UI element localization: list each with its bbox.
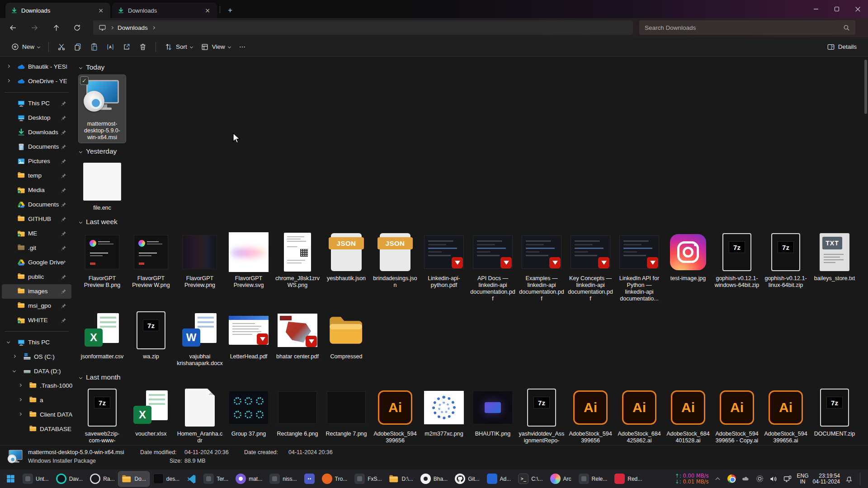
file-tile[interactable]: Linkedin-api-python.pdf — [420, 230, 467, 291]
network-display-tray-icon[interactable] — [783, 474, 793, 484]
chrome-tray-icon[interactable] — [726, 474, 736, 484]
taskbar-app-button[interactable]: mat... — [232, 472, 265, 486]
file-tile[interactable]: LetterHead.pdf — [225, 308, 272, 362]
sidebar-item-this-pc[interactable]: This PC — [2, 335, 71, 350]
file-tile[interactable]: 7zgophish-v0.12.1-windows-64bit.zip — [713, 230, 760, 291]
chevron-right-icon[interactable] — [13, 355, 16, 358]
tab-close-icon[interactable]: × — [96, 5, 106, 15]
file-tile[interactable]: FlavorGPT Preview W.png — [127, 230, 175, 291]
taskbar-app-button[interactable]: Git... — [452, 472, 482, 486]
sidebar-item-temp[interactable]: temp — [2, 169, 71, 183]
file-tile[interactable]: 7zwa.zip — [127, 308, 175, 362]
sidebar-item-bhautik-yesbh[interactable]: Bhautik - YESBH — [2, 60, 71, 74]
notification-bell-icon[interactable]: z — [844, 474, 854, 484]
paste-button[interactable] — [86, 39, 102, 55]
sidebar-item-google-drive[interactable]: Google Drive — [2, 255, 71, 270]
taskbar-app-button[interactable]: Red... — [611, 472, 645, 486]
cloud-tray-icon[interactable] — [741, 474, 750, 484]
sidebar-item-github[interactable]: GITHUB — [2, 212, 71, 226]
file-tile[interactable]: AiAdobeStock_594399656 - Copy.ai — [713, 385, 760, 445]
taskbar-app-button[interactable]: FxS... — [351, 472, 385, 486]
file-tile[interactable]: Homem_Aranha.cdr — [176, 385, 223, 445]
section-header-last-week[interactable]: Last week — [80, 217, 863, 227]
share-button[interactable] — [118, 39, 135, 55]
file-tile[interactable]: Rectangle 7.png — [323, 385, 370, 439]
section-header-yesterday[interactable]: Yesterday — [80, 146, 863, 156]
file-tile[interactable]: LinkedIn API for Python — linkedin-api d… — [616, 230, 663, 304]
taskbar-app-button[interactable]: Unt... — [19, 472, 52, 486]
sort-button[interactable]: Sort — [160, 39, 197, 55]
clock[interactable]: 23:19:54 04-11-2024 — [813, 473, 840, 485]
sidebar-item-client-data[interactable]: Client DATA — [2, 408, 71, 422]
sidebar-item--git[interactable]: .git — [2, 241, 71, 255]
delete-button[interactable] — [135, 39, 151, 55]
sidebar-item-images[interactable]: images — [2, 284, 71, 299]
file-tile[interactable]: bhatar center.pdf — [274, 308, 321, 362]
file-tile[interactable]: ✓mattermost-desktop-5.9.0-win-x64.msi — [79, 75, 126, 143]
file-tile[interactable]: TXT baileys_store.txt — [811, 230, 858, 284]
file-tile[interactable]: API Docs — linkedin-api documentation.pd… — [469, 230, 516, 304]
sidebar-item-database[interactable]: DATABASE — [2, 422, 71, 436]
start-button[interactable] — [3, 472, 19, 486]
close-button[interactable] — [847, 0, 868, 18]
sidebar-item-onedrive-yese[interactable]: OneDrive - YESE — [2, 74, 71, 89]
section-header-today[interactable]: Today — [80, 62, 863, 72]
sidebar-item-this-pc[interactable]: This PC — [2, 96, 71, 111]
search-box[interactable] — [639, 20, 855, 35]
sidebar-item-documents[interactable]: Documents — [2, 140, 71, 154]
taskbar-app-button[interactable]: Rele... — [576, 472, 611, 486]
file-tile[interactable]: FlavorGPT Preview.svg — [225, 230, 272, 291]
taskbar-app-button[interactable] — [301, 472, 318, 486]
sidebar-item-desktop[interactable]: Desktop — [2, 111, 71, 125]
taskbar-app-button[interactable]: Do... — [118, 472, 149, 486]
taskbar-app-button[interactable]: Tro... — [319, 472, 351, 486]
copy-button[interactable] — [70, 39, 86, 55]
taskbar-app-button[interactable]: Dav... — [53, 472, 86, 486]
chevron-down-icon[interactable] — [13, 369, 16, 372]
explorer-tab[interactable]: Downloads × — [5, 3, 110, 18]
sidebar-item-public[interactable]: public — [2, 270, 71, 284]
sidebar-item-media[interactable]: Media — [2, 183, 71, 197]
taskbar-app-button[interactable]: >_C:\... — [515, 472, 546, 486]
file-tile[interactable]: JSONbrindadesings.json — [372, 230, 419, 291]
sidebar-item-os-c-[interactable]: OS (C:) — [2, 350, 71, 364]
file-tile[interactable]: chrome_J8sk1zrvWS.png — [274, 230, 321, 291]
section-header-last-month[interactable]: Last month — [80, 372, 863, 382]
network-speed-indicator[interactable]: ↑: 0.00 MB/s ↓: 0.01 MB/s — [675, 473, 708, 485]
search-input[interactable] — [645, 24, 843, 31]
refresh-button[interactable] — [68, 20, 86, 35]
file-tile[interactable]: 7zDOCUMENT.zip — [811, 385, 858, 439]
file-tile[interactable]: JSONyesbhautik.json — [323, 230, 370, 284]
file-tile[interactable]: Wvajubhai krishanapark.docx — [176, 308, 223, 369]
sidebar-item-pictures[interactable]: Pictures — [2, 154, 71, 169]
chevron-right-icon[interactable] — [19, 384, 22, 387]
up-button[interactable] — [47, 20, 65, 35]
sidebar-item-documents[interactable]: Documents — [2, 197, 71, 212]
language-indicator[interactable]: ENG IN — [797, 473, 808, 485]
file-tile[interactable]: Group 37.png — [225, 385, 272, 439]
maximize-button[interactable] — [826, 0, 847, 18]
sidebar-item-a[interactable]: a — [2, 393, 71, 408]
file-tile[interactable]: BHAUTIK.png — [469, 385, 516, 439]
file-tile[interactable]: 7zyashvidotdev_AssignmentRepo-main.zip — [518, 385, 565, 445]
file-tile[interactable]: m2m377xc.png — [420, 385, 467, 439]
sidebar-item--trash-1000[interactable]: .Trash-1000 — [2, 379, 71, 393]
chevron-right-icon[interactable] — [19, 398, 22, 401]
file-tile[interactable]: FlavorGPT Preview B.png — [79, 230, 126, 291]
rename-button[interactable] — [102, 39, 118, 55]
show-desktop-button[interactable] — [860, 473, 862, 485]
volume-tray-icon[interactable] — [769, 474, 778, 484]
taskbar-app-button[interactable] — [184, 472, 199, 486]
file-tile[interactable]: AiAdobeStock_594399656 [Converted] copy.… — [567, 385, 614, 445]
sidebar-item-downloads[interactable]: Downloads — [2, 125, 71, 140]
sidebar-item-me[interactable]: ME — [2, 226, 71, 241]
file-tile[interactable]: AiAdobeStock_684425862.ai — [616, 385, 663, 445]
cut-button[interactable] — [53, 39, 70, 55]
taskbar-app-button[interactable]: Bha... — [417, 472, 451, 486]
more-options-button[interactable] — [235, 39, 250, 55]
breadcrumb-segment[interactable]: Downloads — [118, 24, 148, 31]
file-tile[interactable]: AiAdobeStock_684401528.ai — [665, 385, 712, 445]
file-tile[interactable]: Xjsonformatter.csv — [79, 308, 126, 362]
view-button[interactable]: View — [197, 39, 235, 55]
file-tile[interactable]: 7zgophish-v0.12.1-linux-64bit.zip — [762, 230, 809, 291]
